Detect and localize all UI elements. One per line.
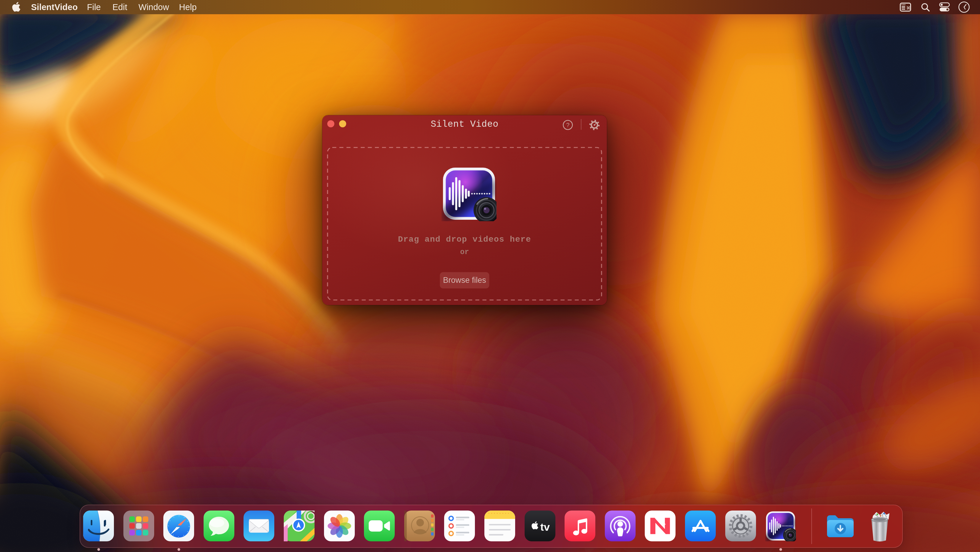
svg-text:tv: tv <box>540 521 550 533</box>
svg-text:⌘: ⌘ <box>906 6 910 10</box>
